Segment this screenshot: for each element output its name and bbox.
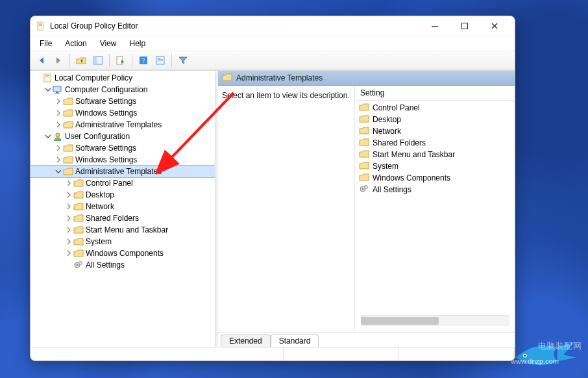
horizontal-scrollbar[interactable] — [361, 315, 509, 326]
tree-label: Software Settings — [75, 144, 136, 153]
tree-pane[interactable]: ·Local Computer Policy Computer Configur… — [31, 71, 215, 347]
list-item[interactable]: Network — [355, 125, 515, 137]
list-item-label: Start Menu and Taskbar — [373, 150, 455, 159]
list-item[interactable]: Windows Components — [355, 172, 515, 184]
titlebar[interactable]: Local Group Policy Editor — [31, 16, 515, 36]
chevron-down-icon[interactable] — [43, 86, 53, 93]
menu-file[interactable]: File — [33, 38, 58, 49]
maximize-button[interactable] — [450, 16, 480, 36]
tree-label: Control Panel — [86, 179, 133, 188]
filter-button[interactable] — [175, 53, 191, 68]
folder-icon — [73, 178, 84, 188]
window-title: Local Group Policy Editor — [50, 21, 420, 31]
tree-admin-all-settings[interactable]: ·All Settings — [31, 259, 215, 271]
svg-point-29 — [365, 185, 368, 188]
tree-computer-configuration[interactable]: Computer Configuration — [31, 84, 215, 95]
tree-label: Windows Components — [86, 249, 164, 258]
tree-uc-software-settings[interactable]: Software Settings — [31, 142, 215, 154]
list-item[interactable]: Shared Folders — [355, 137, 515, 149]
list-item[interactable]: System — [355, 160, 515, 172]
chevron-right-icon[interactable] — [54, 145, 63, 151]
list-item[interactable]: Control Panel — [355, 102, 515, 114]
tree-label: User Configuration — [65, 132, 130, 141]
column-header-setting[interactable]: Setting — [355, 86, 515, 101]
chevron-right-icon[interactable] — [54, 121, 63, 128]
minimize-button[interactable] — [420, 16, 450, 36]
chevron-down-icon[interactable] — [43, 133, 53, 140]
properties-button[interactable] — [153, 53, 168, 68]
menu-help[interactable]: Help — [123, 38, 153, 49]
svg-rect-5 — [39, 25, 42, 26]
show-hide-tree-button[interactable] — [90, 53, 106, 68]
user-icon — [53, 131, 63, 142]
folder-icon — [63, 155, 73, 165]
chevron-right-icon[interactable] — [54, 110, 63, 116]
menu-action[interactable]: Action — [58, 38, 93, 49]
list-item-label: Shared Folders — [373, 138, 426, 147]
folder-icon — [73, 213, 84, 223]
toolbar-separator — [171, 54, 172, 67]
tree-label: Windows Settings — [75, 108, 137, 118]
tree-admin-network[interactable]: Network — [31, 201, 215, 212]
details-header: Administrative Templates — [218, 71, 515, 86]
chevron-right-icon[interactable] — [64, 250, 73, 257]
svg-rect-19 — [45, 77, 49, 77]
svg-rect-4 — [39, 24, 42, 25]
tree-admin-desktop[interactable]: Desktop — [31, 189, 215, 201]
list-item[interactable]: Desktop — [355, 114, 515, 125]
tree-admin-system[interactable]: System — [31, 236, 215, 247]
export-list-button[interactable] — [113, 53, 129, 68]
forward-button[interactable] — [51, 53, 66, 68]
folder-icon — [359, 103, 369, 114]
tree-cc-windows-settings[interactable]: Windows Settings — [31, 107, 215, 119]
folder-icon — [73, 248, 84, 258]
list-item[interactable]: Start Menu and Taskbar — [355, 149, 515, 160]
chevron-right-icon[interactable] — [54, 157, 63, 163]
tree-root[interactable]: ·Local Computer Policy — [31, 72, 215, 84]
tree-admin-shared-folders[interactable]: Shared Folders — [31, 212, 215, 224]
chevron-right-icon[interactable] — [64, 180, 73, 186]
folder-icon — [359, 126, 369, 137]
scrollbar-thumb[interactable] — [361, 317, 439, 325]
folder-icon — [73, 190, 84, 200]
svg-point-25 — [77, 264, 79, 266]
tree-label: Windows Settings — [75, 155, 137, 164]
toolbar-separator — [132, 54, 132, 67]
list-item[interactable]: All Settings — [355, 184, 515, 195]
svg-rect-20 — [53, 86, 61, 92]
tree-admin-windows-components[interactable]: Windows Components — [31, 247, 215, 259]
back-button[interactable] — [34, 53, 49, 68]
chevron-right-icon[interactable] — [64, 227, 73, 233]
chevron-right-icon[interactable] — [64, 238, 73, 245]
svg-rect-17 — [44, 74, 51, 82]
chevron-right-icon[interactable] — [64, 203, 73, 210]
svg-rect-18 — [45, 75, 49, 76]
tab-extended[interactable]: Extended — [221, 334, 271, 347]
folder-icon — [63, 143, 73, 153]
chevron-right-icon[interactable] — [64, 192, 73, 198]
tree-label: System — [86, 237, 112, 246]
folder-icon — [63, 120, 73, 130]
menu-view[interactable]: View — [93, 38, 123, 49]
tree-uc-windows-settings[interactable]: Windows Settings — [31, 154, 215, 166]
tree-uc-administrative-templates[interactable]: Administrative Templates — [31, 166, 215, 177]
tree-cc-administrative-templates[interactable]: Administrative Templates — [31, 119, 215, 131]
tree-admin-control-panel[interactable]: Control Panel — [31, 177, 215, 189]
folder-icon — [359, 149, 369, 160]
svg-rect-7 — [462, 23, 468, 29]
up-one-level-button[interactable] — [73, 53, 89, 68]
list-item-label: Desktop — [373, 115, 401, 124]
close-button[interactable] — [480, 16, 509, 36]
folder-icon — [222, 73, 232, 84]
tree-cc-software-settings[interactable]: Software Settings — [31, 95, 215, 107]
tab-standard[interactable]: Standard — [271, 334, 319, 347]
menubar: File Action View Help — [31, 36, 515, 51]
tree-user-configuration[interactable]: User Configuration — [31, 131, 215, 142]
help-button[interactable]: ? — [136, 53, 151, 68]
chevron-right-icon[interactable] — [54, 98, 63, 105]
chevron-down-icon[interactable] — [54, 168, 63, 175]
tree-label: All Settings — [86, 260, 125, 270]
chevron-right-icon[interactable] — [64, 215, 73, 221]
svg-point-28 — [362, 188, 364, 190]
tree-admin-start-menu-and-taskbar[interactable]: Start Menu and Taskbar — [31, 224, 215, 236]
